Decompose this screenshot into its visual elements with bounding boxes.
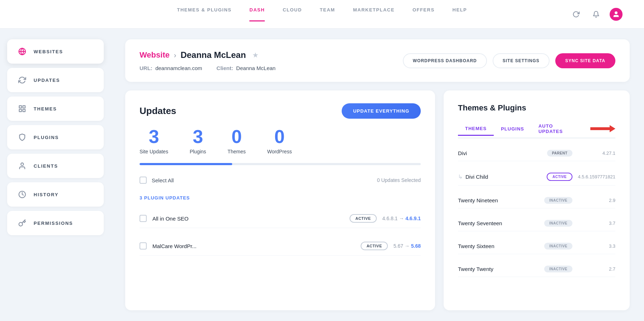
breadcrumb-website: Website xyxy=(140,50,170,60)
user-avatar[interactable] xyxy=(610,8,623,21)
sidebar-label-history: HISTORY xyxy=(34,192,59,197)
client-value: Deanna McLean xyxy=(236,65,275,71)
plugin-checkbox-1[interactable] xyxy=(140,242,147,250)
theme-name-twenty-twenty: Twenty Twenty xyxy=(458,266,544,272)
client-info: Client: Deanna McLean xyxy=(216,65,275,71)
sync-site-data-button[interactable]: SYNC SITE DATA xyxy=(555,53,615,68)
stat-number-site: 3 xyxy=(140,127,168,146)
arrow-right-icon xyxy=(590,125,615,132)
stat-number-wordpress: 0 xyxy=(267,127,292,146)
nav-offers[interactable]: OFFERS xyxy=(413,7,435,21)
stat-label-site: Site Updates xyxy=(140,149,168,154)
themes-tabs: THEMES PLUGINS AUTO UPDATES xyxy=(458,120,615,138)
url-value: deannamclean.com xyxy=(155,65,202,71)
nav-links: THEMES & PLUGINS DASH CLOUD TEAM MARKETP… xyxy=(177,7,467,21)
page-header-actions: WORDPRESS DASHBOARD SITE SETTINGS SYNC S… xyxy=(403,53,615,68)
theme-name-divi: Divi xyxy=(458,150,547,156)
page-header-left: Website › Deanna McLean ★ URL: deannamcl… xyxy=(140,50,275,71)
tab-plugins[interactable]: PLUGINS xyxy=(494,123,531,135)
theme-name-twenty-nineteen: Twenty Nineteen xyxy=(458,197,544,203)
sidebar-item-websites[interactable]: WEBSITES xyxy=(7,39,104,64)
plugin-version-0: 4.6.8.1 → 4.6.9.1 xyxy=(382,216,421,221)
svg-rect-5 xyxy=(23,109,25,112)
theme-row-twenty-nineteen: Twenty Nineteen INACTIVE 2.9 xyxy=(458,193,615,208)
progress-bar-fill xyxy=(140,163,232,165)
select-all-checkbox[interactable] xyxy=(140,177,147,184)
plugin-row-1: MalCare WordPr... ACTIVE 5.67 → 5.68 xyxy=(140,237,421,256)
themes-plugins-panel: Themes & Plugins THEMES PLUGINS AUTO UPD… xyxy=(444,90,630,310)
breadcrumb-arrow: › xyxy=(174,51,176,59)
refresh-icon[interactable] xyxy=(570,8,582,21)
stats-row: 3 Site Updates 3 Plugins 0 Themes 0 Word… xyxy=(140,127,421,154)
sidebar-item-plugins[interactable]: PLUGINS xyxy=(7,125,104,149)
update-everything-button[interactable]: UPDATE EVERYTHING xyxy=(342,103,421,119)
sidebar-item-history[interactable]: HISTORY xyxy=(7,182,104,207)
user-icon xyxy=(17,161,27,171)
stat-plugins: 3 Plugins xyxy=(190,127,206,154)
plugin-row-0: All in One SEO ACTIVE 4.6.8.1 → 4.6.9.1 xyxy=(140,209,421,228)
stat-number-plugins: 3 xyxy=(190,127,206,146)
svg-rect-6 xyxy=(19,109,21,112)
select-all-row: Select All 0 Updates Selected xyxy=(140,174,421,187)
sidebar-label-clients: CLIENTS xyxy=(34,163,58,169)
sidebar-label-plugins: PLUGINS xyxy=(34,135,59,140)
page-layout: WEBSITES UPDATES THEMES xyxy=(0,29,644,321)
shield-icon xyxy=(17,132,27,142)
theme-badge-twenty-nineteen: INACTIVE xyxy=(544,197,572,204)
svg-marker-9 xyxy=(590,125,615,132)
url-label: URL: deannamclean.com xyxy=(140,65,202,71)
theme-version-divi-child: 4.5.6.1597771821 xyxy=(572,174,615,179)
select-all-label[interactable]: Select All xyxy=(140,177,174,184)
theme-name-divi-child: Divi Child xyxy=(465,174,547,180)
theme-row-divi: Divi PARENT 4.27.1 xyxy=(458,145,615,161)
plugin-badge-0: ACTIVE xyxy=(350,214,376,223)
nav-team[interactable]: TEAM xyxy=(320,7,335,21)
wordpress-dashboard-button[interactable]: WORDPRESS DASHBOARD xyxy=(403,53,487,68)
arrow-indicator xyxy=(590,125,615,132)
svg-point-7 xyxy=(21,163,23,166)
theme-version-twenty-nineteen: 2.9 xyxy=(572,198,615,203)
sidebar-item-permissions[interactable]: PERMISSIONS xyxy=(7,211,104,235)
updates-panel: Updates UPDATE EVERYTHING 3 Site Updates… xyxy=(125,90,435,310)
stat-number-themes: 0 xyxy=(228,127,246,146)
tab-themes[interactable]: THEMES xyxy=(458,122,494,136)
svg-point-0 xyxy=(615,11,618,14)
nav-help[interactable]: HELP xyxy=(453,7,467,21)
theme-version-twenty-twenty: 2.7 xyxy=(572,266,615,272)
plugin-version-1: 5.67 → 5.68 xyxy=(394,243,421,249)
svg-rect-4 xyxy=(23,106,25,108)
plugin-checkbox-0[interactable] xyxy=(140,215,147,222)
nav-themes-plugins[interactable]: THEMES & PLUGINS xyxy=(177,7,232,21)
page-meta: URL: deannamclean.com Client: Deanna McL… xyxy=(140,65,275,71)
layout-icon xyxy=(17,104,27,114)
site-settings-button[interactable]: SITE SETTINGS xyxy=(493,53,550,68)
updates-count: 0 Updates Selected xyxy=(377,177,421,183)
nav-dash[interactable]: DASH xyxy=(249,7,265,21)
themes-panel-title: Themes & Plugins xyxy=(458,103,615,113)
progress-bar xyxy=(140,163,421,165)
breadcrumb-site-name: Deanna McLean xyxy=(181,50,246,60)
bell-icon[interactable] xyxy=(590,8,602,21)
sidebar-item-clients[interactable]: CLIENTS xyxy=(7,154,104,178)
sidebar-item-themes[interactable]: THEMES xyxy=(7,97,104,121)
sidebar-label-updates: UPDATES xyxy=(34,78,60,83)
nav-marketplace[interactable]: MARKETPLACE xyxy=(353,7,395,21)
sidebar-label-themes: THEMES xyxy=(34,106,57,112)
sidebar-item-updates[interactable]: UPDATES xyxy=(7,68,104,92)
plugin-name-1: MalCare WordPr... xyxy=(152,243,355,249)
nav-cloud[interactable]: CLOUD xyxy=(283,7,302,21)
globe-icon xyxy=(17,46,27,56)
sub-arrow-icon: ↳ xyxy=(458,173,463,180)
theme-row-twenty-sixteen: Twenty Sixteen INACTIVE 3.3 xyxy=(458,238,615,254)
stat-wordpress: 0 WordPress xyxy=(267,127,292,154)
stat-label-themes: Themes xyxy=(228,149,246,154)
page-header: Website › Deanna McLean ★ URL: deannamcl… xyxy=(125,39,630,82)
tab-auto-updates[interactable]: AUTO UPDATES xyxy=(531,120,585,138)
theme-version-divi: 4.27.1 xyxy=(572,150,615,156)
main-content: Website › Deanna McLean ★ URL: deannamcl… xyxy=(111,29,644,321)
updates-title: Updates xyxy=(140,105,176,117)
svg-rect-3 xyxy=(19,106,21,108)
updates-header: Updates UPDATE EVERYTHING xyxy=(140,103,421,119)
theme-sub-divi: ↳ Divi Child xyxy=(458,173,547,180)
theme-row-twenty-twenty: Twenty Twenty INACTIVE 2.7 xyxy=(458,261,615,277)
